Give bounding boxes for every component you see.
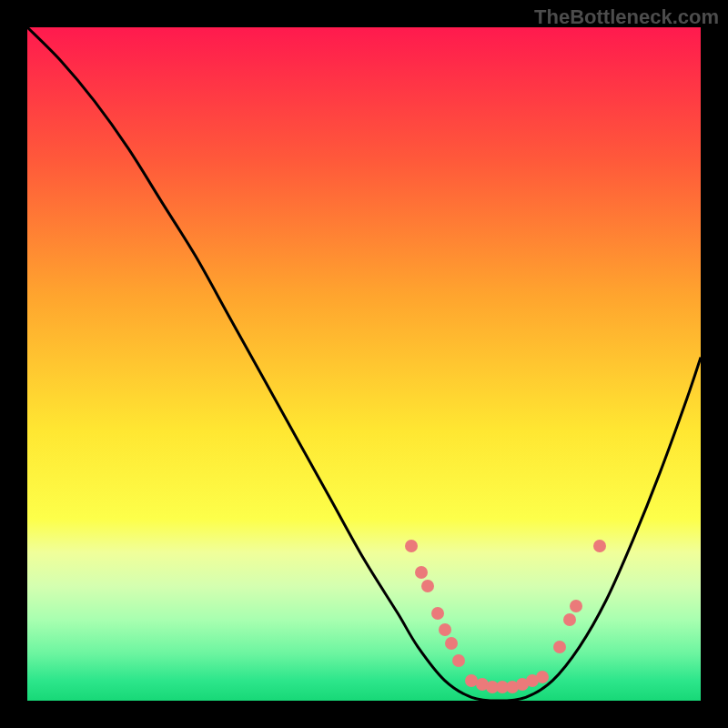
highlight-dot [405,540,418,552]
highlight-dot [439,623,451,636]
watermark-text: TheBottleneck.com [534,5,719,29]
highlight-dot [593,540,606,552]
highlight-dot [553,641,566,653]
bottleneck-curve [27,27,701,701]
highlight-dot [536,671,549,683]
chart-curve-layer [27,27,701,701]
highlight-dot [452,654,465,667]
highlight-dot [431,607,444,620]
highlight-dot [570,600,582,612]
highlight-dot [445,637,458,650]
highlight-dot [421,580,434,592]
highlight-dot [415,566,428,579]
highlight-dot [563,613,576,626]
chart-canvas [27,27,701,701]
